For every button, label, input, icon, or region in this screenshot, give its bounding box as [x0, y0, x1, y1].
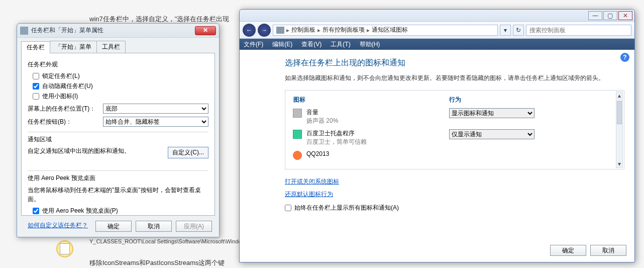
group-appearance-title: 任务栏外观: [28, 60, 208, 69]
computer-icon: [276, 27, 284, 34]
navigation-bar: ← → ▸ 控制面板 ▸ 所有控制面板项 ▸ 通知区域图标 ▾ ↻: [240, 22, 634, 39]
close-button[interactable]: ✕: [618, 11, 632, 20]
menu-file[interactable]: 文件(F): [244, 40, 263, 49]
breadcrumb-notification-icons[interactable]: 通知区域图标: [372, 26, 408, 34]
buttons-select[interactable]: 始终合并、隐藏标签: [103, 117, 208, 127]
small-icons-label: 使用小图标(I): [42, 92, 78, 101]
buttons-label: 任务栏按钮(B)：: [28, 118, 103, 126]
aero-peek-label: 使用 Aero Peek 预览桌面(P): [42, 207, 118, 215]
refresh-button[interactable]: ↻: [513, 25, 524, 36]
page-title: 选择在任务栏上出现的图标和通知: [285, 58, 624, 68]
always-show-label: 始终在任务栏上显示所有图标和通知(A): [294, 204, 399, 212]
menu-view[interactable]: 查看(V): [301, 40, 321, 49]
list-item: QQ2013: [293, 150, 616, 159]
close-button[interactable]: ✕: [195, 26, 216, 35]
menu-edit[interactable]: 编辑(E): [272, 40, 292, 49]
position-label: 屏幕上的任务栏位置(T)：: [28, 105, 103, 113]
list-item: 百度卫士托盘程序 百度卫士，简单可信赖 仅显示通知: [293, 129, 616, 146]
tab-toolbars[interactable]: 工具栏: [96, 41, 126, 53]
list-item: 音量 扬声器 20% 显示图标和通知: [293, 108, 616, 125]
breadcrumb[interactable]: ▸ 控制面板 ▸ 所有控制面板项 ▸ 通知区域图标: [273, 25, 498, 36]
scrollbar-thumb[interactable]: [617, 101, 622, 124]
autohide-checkbox[interactable]: 自动隐藏任务栏(U): [33, 82, 208, 91]
item-name: 百度卫士托盘程序: [306, 129, 367, 138]
item-name: QQ2013: [306, 150, 329, 157]
taskbar-properties-dialog: 任务栏和「开始」菜单属性 ✕ 任务栏 「开始」菜单 工具栏 任务栏外观 锁定任务…: [17, 23, 220, 237]
chevron-right-icon: ▸: [317, 27, 320, 34]
chevron-right-icon: ▸: [286, 27, 289, 34]
apply-button[interactable]: 应用(A): [176, 221, 212, 232]
notification-desc: 自定义通知区域中出现的图标和通知。: [28, 147, 130, 154]
bg-line-2: Y_CLASSES_ROOT\Local Settings\Software\M…: [89, 238, 248, 244]
peek-desc: 当您将鼠标移动到任务栏末端的"显示桌面"按钮时，会暂时查看桌面。: [28, 186, 208, 204]
page-description: 如果选择隐藏图标和通知，则不会向您通知更改和更新。若要随时查看隐藏的图标，请单击…: [285, 73, 624, 83]
column-behavior-header: 行为: [449, 96, 461, 104]
restore-defaults-link[interactable]: 还原默认图标行为: [285, 191, 333, 198]
lock-taskbar-input[interactable]: [33, 73, 39, 79]
breadcrumb-control-panel[interactable]: 控制面板: [291, 26, 315, 34]
group-notification-title: 通知区域: [28, 135, 208, 144]
chevron-right-icon: ▸: [367, 27, 370, 34]
autohide-input[interactable]: [33, 83, 39, 90]
menu-help[interactable]: 帮助(H): [360, 40, 380, 49]
icon-list-box: 图标 行为 音量 扬声器 20% 显示图标和通知 百度卫士托盘程序: [285, 90, 624, 169]
scrollbar[interactable]: ▴ ▾: [616, 92, 623, 168]
speaker-icon: [293, 109, 301, 117]
item-name: 音量: [306, 108, 338, 117]
control-panel-window: — ▢ ✕ ← → ▸ 控制面板 ▸ 所有控制面板项 ▸ 通知区域图标 ▾ ↻ …: [239, 9, 635, 262]
menu-tools[interactable]: 工具(T): [331, 40, 350, 49]
menu-bar: 文件(F) 编辑(E) 查看(V) 工具(T) 帮助(H): [240, 39, 634, 50]
cancel-button[interactable]: 取消: [590, 245, 626, 256]
group-peek-title: 使用 Aero Peek 预览桌面: [28, 174, 208, 183]
note-icon: [56, 240, 73, 257]
nav-back-button[interactable]: ←: [243, 24, 256, 37]
always-show-checkbox[interactable]: 始终在任务栏上显示所有图标和通知(A): [285, 204, 624, 212]
lock-taskbar-checkbox[interactable]: 锁定任务栏(L): [33, 72, 208, 80]
behavior-select[interactable]: 显示图标和通知: [449, 108, 534, 118]
separator-1: [28, 132, 208, 132]
nav-forward-button[interactable]: →: [258, 24, 271, 37]
ok-button[interactable]: 确定: [95, 221, 132, 232]
system-icons-link[interactable]: 打开或关闭系统图标: [285, 178, 339, 185]
small-icons-checkbox[interactable]: 使用小图标(I): [33, 92, 208, 101]
ok-button[interactable]: 确定: [550, 245, 586, 256]
customize-button[interactable]: 自定义(C)...: [168, 147, 208, 158]
cancel-button[interactable]: 取消: [136, 221, 172, 232]
aero-peek-checkbox[interactable]: 使用 Aero Peek 预览桌面(P): [33, 207, 208, 215]
arrow-right-icon: →: [261, 27, 267, 34]
scroll-up-arrow[interactable]: ▴: [616, 92, 622, 99]
item-subtitle: 百度卫士，简单可信赖: [306, 138, 367, 145]
qq-icon: [293, 151, 301, 159]
maximize-button[interactable]: ▢: [603, 11, 617, 20]
minimize-button[interactable]: —: [588, 11, 602, 20]
separator-2: [28, 170, 208, 171]
help-link[interactable]: 如何自定义该任务栏？: [28, 222, 88, 229]
scroll-down-arrow[interactable]: ▾: [616, 160, 622, 167]
search-input[interactable]: [526, 25, 631, 36]
item-subtitle: 扬声器 20%: [306, 117, 338, 124]
behavior-select[interactable]: 仅显示通知: [449, 129, 534, 139]
bg-line-3: 移除IconStreams和PastIconsStreams这两个键: [89, 258, 225, 267]
small-icons-input[interactable]: [33, 93, 39, 100]
dialog-title: 任务栏和「开始」菜单属性: [31, 26, 195, 35]
content-area: ? 选择在任务栏上出现的图标和通知 如果选择隐藏图标和通知，则不会向您通知更改和…: [240, 50, 634, 262]
tab-start-menu[interactable]: 「开始」菜单: [50, 41, 97, 53]
autohide-label: 自动隐藏任务栏(U): [42, 82, 93, 91]
dialog-icon: [20, 27, 28, 35]
dialog-titlebar[interactable]: 任务栏和「开始」菜单属性 ✕: [17, 24, 219, 38]
tab-body: 任务栏外观 锁定任务栏(L) 自动隐藏任务栏(U) 使用小图标(I) 屏幕上的任…: [21, 53, 215, 216]
arrow-left-icon: ←: [246, 27, 252, 34]
bg-line-1: win7任务栏中，选择自定义，"选择在任务栏出现: [89, 15, 229, 24]
position-select[interactable]: 底部: [103, 104, 208, 114]
always-show-input[interactable]: [285, 205, 291, 211]
breadcrumb-dropdown[interactable]: ▾: [500, 25, 511, 36]
shield-icon: [293, 130, 301, 138]
lock-taskbar-label: 锁定任务栏(L): [42, 72, 80, 80]
tab-taskbar[interactable]: 任务栏: [21, 41, 50, 53]
window-titlebar[interactable]: — ▢ ✕: [240, 10, 634, 22]
help-icon[interactable]: ?: [620, 53, 629, 62]
dialog-tabs: 任务栏 「开始」菜单 工具栏: [17, 38, 219, 53]
breadcrumb-all-items[interactable]: 所有控制面板项: [323, 26, 365, 34]
aero-peek-input[interactable]: [33, 208, 39, 214]
column-icon-header: 图标: [293, 96, 449, 104]
